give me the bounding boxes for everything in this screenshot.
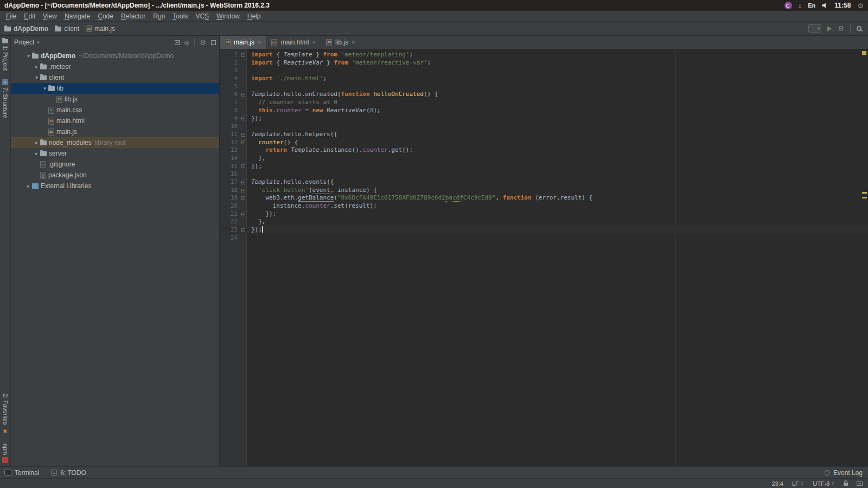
- fold-marker-icon[interactable]: [241, 228, 245, 232]
- tab-main-js[interactable]: JSmain.js: [220, 36, 266, 49]
- fold-marker-icon[interactable]: [241, 93, 245, 97]
- line-number[interactable]: 21: [220, 210, 240, 219]
- menu-window[interactable]: Window: [213, 12, 244, 20]
- menu-view[interactable]: View: [39, 12, 61, 20]
- run-configuration-dropdown[interactable]: ▾: [808, 24, 821, 33]
- encoding-widget[interactable]: UTF-8 ↕: [813, 480, 835, 487]
- line-number[interactable]: 8: [220, 107, 240, 115]
- line-number[interactable]: 19: [220, 194, 240, 202]
- coverage-icon[interactable]: ⚙: [838, 24, 844, 33]
- code-line-1[interactable]: 1import { Template } from 'meteor/templa…: [220, 51, 868, 59]
- code-line-19[interactable]: 19 web3.eth.getBalance("0x6DcFA49E1c6175…: [220, 194, 868, 202]
- tree-item-main-js[interactable]: JSmain.js: [11, 126, 219, 137]
- chevron-right-icon[interactable]: ▸: [33, 151, 40, 156]
- tree-item-external-libraries[interactable]: ▸External Libraries: [11, 181, 219, 191]
- code-line-3[interactable]: 3: [220, 67, 868, 75]
- input-method-icon[interactable]: ↕: [799, 2, 802, 9]
- menu-navigate[interactable]: Navigate: [61, 12, 94, 20]
- chevron-down-icon[interactable]: ▾: [41, 86, 48, 91]
- hide-panel-icon[interactable]: [211, 40, 216, 45]
- event-log-button[interactable]: Event Log: [825, 469, 863, 477]
- viber-icon[interactable]: [784, 2, 792, 9]
- menu-help[interactable]: Help: [244, 12, 265, 20]
- run-icon[interactable]: [827, 26, 832, 31]
- warning-stripe-mark[interactable]: [862, 192, 867, 194]
- line-number[interactable]: 15: [220, 163, 240, 171]
- fold-marker-icon[interactable]: [241, 196, 245, 200]
- code-line-14[interactable]: 14 },: [220, 155, 868, 163]
- line-number[interactable]: 10: [220, 123, 240, 131]
- tree-item-client[interactable]: ▾client: [11, 72, 219, 83]
- line-number[interactable]: 7: [220, 99, 240, 107]
- tree-item-main-html[interactable]: <>main.html: [11, 115, 219, 126]
- code-line-11[interactable]: 11Template.hello.helpers({: [220, 131, 868, 139]
- code-line-21[interactable]: 21 });: [220, 210, 868, 219]
- code-line-6[interactable]: 6Template.hello.onCreated(function hello…: [220, 91, 868, 99]
- close-icon[interactable]: [258, 39, 261, 46]
- tree-item-server[interactable]: ▸server: [11, 148, 219, 159]
- line-number[interactable]: 4: [220, 75, 240, 83]
- fold-marker-icon[interactable]: [241, 213, 245, 216]
- code-line-12[interactable]: 12 counter() {: [220, 139, 868, 147]
- fold-marker-icon[interactable]: [241, 133, 245, 137]
- session-menu-icon[interactable]: ⚙: [857, 2, 864, 10]
- fold-marker-icon[interactable]: [241, 140, 245, 144]
- menu-file[interactable]: File: [2, 12, 20, 20]
- tool-strip-button-7-structure[interactable]: ≡7: Structure: [2, 79, 9, 118]
- breadcrumb-item-dAppDemo[interactable]: dAppDemo: [4, 25, 48, 33]
- line-separator-widget[interactable]: LF ↕: [792, 480, 804, 487]
- menu-vcs[interactable]: VCS: [192, 12, 213, 20]
- clock[interactable]: 11:58: [834, 2, 851, 9]
- code-line-10[interactable]: 10: [220, 123, 868, 131]
- tree-item-package-json[interactable]: {}package.json: [11, 170, 219, 181]
- code-line-18[interactable]: 18 'click button'(event, instance) {: [220, 187, 868, 195]
- caret-position-widget[interactable]: 23:4: [771, 480, 783, 487]
- tree-item--meteor[interactable]: ▸.meteor: [11, 61, 219, 72]
- menu-edit[interactable]: Edit: [20, 12, 39, 20]
- code-line-4[interactable]: 4import './main.html';: [220, 75, 868, 83]
- line-number[interactable]: 20: [220, 202, 240, 210]
- tab-lib-js[interactable]: JSlib.js: [321, 36, 360, 49]
- line-number[interactable]: 18: [220, 187, 240, 195]
- tree-item-lib[interactable]: ▾lib: [11, 83, 219, 94]
- menu-code[interactable]: Code: [94, 12, 117, 20]
- line-number[interactable]: 16: [220, 170, 240, 178]
- chevron-down-icon[interactable]: ▾: [25, 53, 32, 59]
- tree-item-main-css[interactable]: #main.css: [11, 105, 219, 115]
- code-line-22[interactable]: 22 },: [220, 218, 868, 226]
- tree-item-dappdemo[interactable]: ▾dAppDemo~/Documents/Meteor/dAppDemo: [11, 50, 219, 61]
- menu-run[interactable]: Run: [149, 12, 169, 20]
- inspections-monitor-icon[interactable]: [857, 481, 863, 486]
- fold-marker-icon[interactable]: [241, 164, 245, 168]
- fold-marker-icon[interactable]: [241, 53, 245, 57]
- code-line-17[interactable]: 17Template.hello.events({: [220, 178, 868, 187]
- close-icon[interactable]: [312, 39, 315, 46]
- code-line-7[interactable]: 7 // counter starts at 0: [220, 99, 868, 107]
- tool-strip-button-2-favorites[interactable]: 2: Favorites★: [2, 394, 9, 434]
- line-number[interactable]: 24: [220, 234, 240, 242]
- line-number[interactable]: 17: [220, 178, 240, 187]
- warning-stripe-mark[interactable]: [862, 197, 867, 198]
- search-everywhere-icon[interactable]: [857, 26, 861, 31]
- code-line-2[interactable]: 2import { ReactiveVar } from 'meteor/rea…: [220, 59, 868, 67]
- project-panel-title[interactable]: Project: [14, 38, 34, 46]
- volume-icon[interactable]: [822, 3, 828, 8]
- keyboard-layout-indicator[interactable]: En: [808, 2, 815, 9]
- code-line-8[interactable]: 8 this.counter = new ReactiveVar(0);: [220, 107, 868, 115]
- menu-refactor[interactable]: Refactor: [117, 12, 149, 20]
- tab-main-html[interactable]: <>main.html: [266, 36, 321, 49]
- code-line-23[interactable]: 23});: [220, 226, 868, 234]
- breadcrumb-item-client[interactable]: client: [55, 25, 79, 33]
- code-line-16[interactable]: 16: [220, 170, 868, 178]
- line-number[interactable]: 6: [220, 91, 240, 99]
- terminal-button[interactable]: Terminal: [4, 469, 39, 477]
- line-number[interactable]: 3: [220, 67, 240, 75]
- chevron-down-icon[interactable]: ▾: [33, 75, 40, 80]
- code-line-5[interactable]: 5: [220, 83, 868, 91]
- fold-marker-icon[interactable]: [241, 189, 245, 192]
- line-number[interactable]: 23: [220, 226, 240, 234]
- breadcrumb-item-main.js[interactable]: JSmain.js: [86, 25, 115, 33]
- line-number[interactable]: 5: [220, 83, 240, 91]
- gear-icon[interactable]: ⚙: [200, 38, 206, 47]
- code-line-13[interactable]: 13 return Template.instance().counter.ge…: [220, 146, 868, 155]
